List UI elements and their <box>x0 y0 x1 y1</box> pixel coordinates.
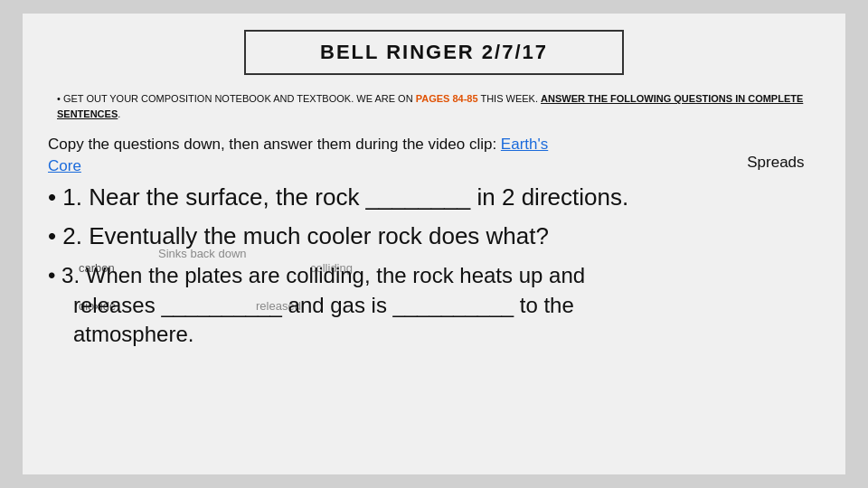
title: BELL RINGER 2/7/17 <box>320 41 548 63</box>
title-box: BELL RINGER 2/7/17 <box>244 30 624 75</box>
question-2: • 2. Eventually the much cooler rock doe… <box>48 221 820 252</box>
main-container: BELL RINGER 2/7/17 • GET OUT YOUR COMPOS… <box>23 14 845 474</box>
question-3-wrapper: carbon colliding dioxide released • 3. W… <box>48 261 820 349</box>
q2-number: 2. <box>62 222 89 249</box>
instruction-suffix: THIS WEEK. <box>478 93 541 104</box>
bullet-instruction: • GET OUT YOUR COMPOSITION NOTEBOOK AND … <box>48 91 820 121</box>
intro-main: Copy the questions down, then answer the… <box>48 134 548 177</box>
intro-section: Copy the questions down, then answer the… <box>48 134 820 179</box>
spreads-label: Spreads <box>747 154 804 172</box>
q3-bullet: • <box>48 263 61 287</box>
q2-bullet: • <box>48 222 62 249</box>
instruction-end: . <box>118 108 120 119</box>
q3-line2: releases __________ and gas is _________… <box>73 293 574 317</box>
instruction-prefix: GET OUT YOUR COMPOSITION NOTEBOOK AND TE… <box>63 93 416 104</box>
intro-main-text: Copy the questions down, then answer the… <box>48 136 501 153</box>
bullet-dot: • <box>57 93 63 104</box>
q3-line3: atmosphere. <box>73 322 193 346</box>
q2-text: Eventually the much cooler rock does wha… <box>89 222 549 249</box>
pages-highlight: PAGES 84-85 <box>416 93 478 104</box>
question-3: • 3. When the plates are colliding, the … <box>48 261 820 349</box>
q1-text: Near the surface, the rock ________ in 2… <box>89 183 628 211</box>
intro-row: Copy the questions down, then answer the… <box>48 134 820 179</box>
q1-bullet: • <box>48 183 62 211</box>
q1-number: 1. <box>62 183 89 211</box>
question-1: • 1. Near the surface, the rock ________… <box>48 183 820 213</box>
q3-line1: When the plates are colliding, the rock … <box>86 263 585 287</box>
q3-number: 3. <box>61 263 86 287</box>
question-2-wrapper: • 2. Eventually the much cooler rock doe… <box>48 221 820 252</box>
